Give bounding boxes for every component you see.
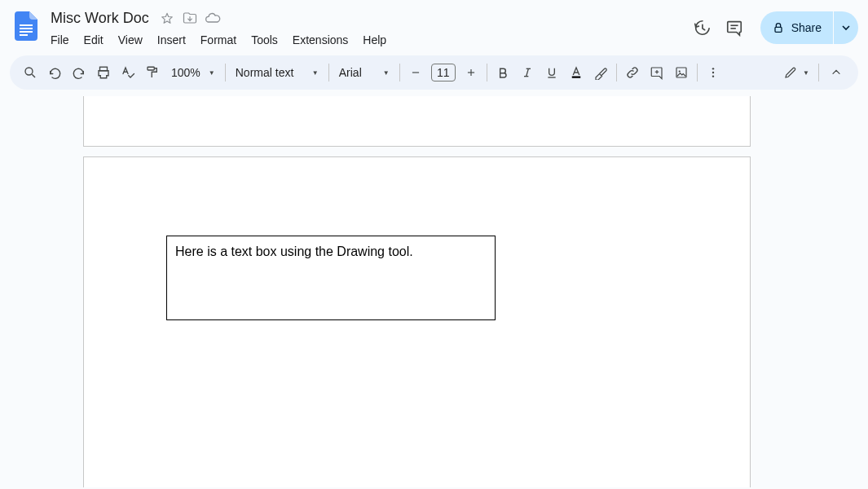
- docs-logo[interactable]: [10, 10, 42, 42]
- svg-point-25: [712, 75, 714, 77]
- separator: [818, 64, 819, 82]
- drawing-text-content: Here is a text box using the Drawing too…: [175, 244, 413, 258]
- insert-image-icon[interactable]: [669, 60, 694, 85]
- redo-icon[interactable]: [67, 60, 91, 85]
- print-icon[interactable]: [91, 60, 116, 85]
- pencil-icon: [783, 65, 798, 80]
- svg-rect-1: [20, 28, 33, 29]
- star-icon[interactable]: [157, 8, 177, 28]
- font-size-input[interactable]: [431, 64, 456, 82]
- italic-icon[interactable]: [515, 60, 540, 85]
- move-icon[interactable]: [180, 8, 200, 28]
- cloud-status-icon[interactable]: [203, 8, 223, 28]
- svg-line-16: [526, 68, 528, 76]
- chevron-down-icon: ▼: [209, 69, 215, 77]
- separator: [225, 64, 226, 82]
- underline-icon[interactable]: [540, 60, 564, 85]
- separator: [697, 64, 698, 82]
- insert-link-icon[interactable]: [620, 60, 645, 85]
- lock-icon: [772, 21, 785, 34]
- document-canvas[interactable]: Here is a text box using the Drawing too…: [0, 96, 868, 487]
- more-tools-icon[interactable]: [701, 60, 725, 85]
- share-label: Share: [791, 21, 822, 34]
- editing-mode-dropdown[interactable]: ▼: [778, 60, 815, 85]
- paint-format-icon[interactable]: [140, 60, 165, 85]
- share-dropdown[interactable]: [834, 11, 858, 44]
- header-right: Share: [685, 11, 858, 44]
- header: Misc Work Doc File Edit View Insert Form…: [0, 0, 868, 51]
- menu-help[interactable]: Help: [355, 32, 394, 48]
- menu-insert[interactable]: Insert: [150, 32, 193, 48]
- toolbar: 100%▼ Normal text▼ Arial▼ ▼: [10, 55, 858, 90]
- text-color-icon[interactable]: [564, 60, 588, 85]
- bold-icon[interactable]: [491, 60, 515, 85]
- menu-edit[interactable]: Edit: [77, 32, 111, 48]
- svg-point-23: [712, 68, 714, 69]
- doc-title[interactable]: Misc Work Doc: [46, 10, 154, 27]
- svg-rect-0: [20, 24, 33, 26]
- chevron-down-icon: ▼: [383, 69, 390, 77]
- svg-rect-10: [148, 67, 154, 70]
- svg-point-24: [712, 72, 714, 73]
- chevron-down-icon: ▼: [312, 69, 319, 77]
- zoom-value: 100%: [171, 66, 200, 79]
- svg-line-8: [32, 74, 35, 77]
- menu-view[interactable]: View: [111, 32, 150, 48]
- font-dropdown[interactable]: Arial▼: [333, 66, 396, 79]
- paragraph-style: Normal text: [236, 66, 294, 79]
- highlight-color-icon[interactable]: [588, 60, 613, 85]
- comments-icon[interactable]: [718, 11, 751, 44]
- title-row: Misc Work Doc: [46, 8, 685, 28]
- svg-rect-6: [775, 27, 782, 32]
- menubar: File Edit View Insert Format Tools Exten…: [46, 29, 685, 51]
- page-previous[interactable]: [83, 96, 751, 147]
- spellcheck-icon[interactable]: [116, 60, 140, 85]
- collapse-toolbar-icon[interactable]: [822, 59, 850, 86]
- search-menus-icon[interactable]: [18, 60, 42, 85]
- add-comment-icon[interactable]: [645, 60, 669, 85]
- svg-rect-18: [571, 77, 580, 78]
- share-button[interactable]: Share: [760, 11, 833, 44]
- separator: [616, 64, 617, 82]
- menu-tools[interactable]: Tools: [244, 32, 285, 48]
- svg-rect-3: [20, 34, 28, 36]
- svg-point-22: [678, 70, 680, 72]
- increase-font-size-icon[interactable]: [459, 60, 483, 85]
- svg-rect-2: [20, 31, 33, 33]
- svg-rect-9: [100, 67, 108, 71]
- font-name: Arial: [339, 66, 362, 79]
- decrease-font-size-icon[interactable]: [403, 60, 428, 85]
- history-icon[interactable]: [685, 11, 718, 44]
- page-current[interactable]: Here is a text box using the Drawing too…: [83, 156, 751, 487]
- docs-icon: [15, 11, 37, 41]
- svg-point-7: [25, 68, 33, 75]
- menu-extensions[interactable]: Extensions: [285, 32, 355, 48]
- separator: [399, 64, 400, 82]
- undo-icon[interactable]: [42, 60, 67, 85]
- chevron-down-icon: [842, 24, 850, 32]
- separator: [328, 64, 329, 82]
- chevron-down-icon: ▼: [803, 69, 809, 77]
- drawing-text-box[interactable]: Here is a text box using the Drawing too…: [166, 236, 496, 320]
- menu-format[interactable]: Format: [193, 32, 244, 48]
- menu-file[interactable]: File: [46, 32, 77, 48]
- separator: [487, 64, 487, 82]
- zoom-dropdown[interactable]: 100%▼: [165, 66, 222, 79]
- style-dropdown[interactable]: Normal text▼: [229, 66, 325, 79]
